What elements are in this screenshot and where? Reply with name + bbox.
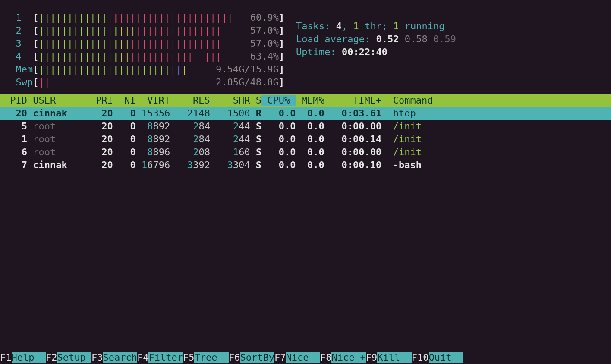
process-row[interactable]: 5 root 20 0 8892 284 244 S 0.0 0.0 0:00.…	[0, 120, 611, 133]
process-row[interactable]: 20 cinnak 20 0 15356 2148 1500 R 0.0 0.0…	[0, 107, 611, 120]
process-row[interactable]: 6 root 20 0 8896 208 160 S 0.0 0.0 0:00.…	[0, 146, 611, 159]
fkey-F5[interactable]: F5Tree	[183, 352, 229, 363]
fkey-F9[interactable]: F9Kill	[366, 352, 412, 363]
fkey-F1[interactable]: F1Help	[0, 352, 46, 363]
fkey-F7[interactable]: F7Nice -	[274, 352, 320, 363]
fkey-F10[interactable]: F10Quit	[412, 352, 463, 363]
fkey-F2[interactable]: F2Setup	[46, 352, 91, 363]
function-key-bar[interactable]: F1Help F2Setup F3SearchF4FilterF5Tree F6…	[0, 351, 611, 364]
fkey-F6[interactable]: F6SortBy	[229, 352, 274, 363]
system-summary: Tasks: 4, 1 thr; 1 running Load average:…	[296, 20, 456, 59]
fkey-F3[interactable]: F3Search	[91, 352, 137, 363]
process-table-header[interactable]: PID USER PRI NI VIRT RES SHR S CPU% MEM%…	[0, 94, 611, 107]
fkey-F4[interactable]: F4Filter	[137, 352, 183, 363]
process-table: 20 cinnak 20 0 15356 2148 1500 R 0.0 0.0…	[0, 107, 611, 172]
process-row[interactable]: 7 cinnak 20 0 16796 3392 3304 S 0.0 0.0 …	[0, 159, 611, 172]
process-row[interactable]: 1 root 20 0 8892 284 244 S 0.0 0.0 0:00.…	[0, 133, 611, 146]
fkey-F8[interactable]: F8Nice +	[320, 352, 366, 363]
